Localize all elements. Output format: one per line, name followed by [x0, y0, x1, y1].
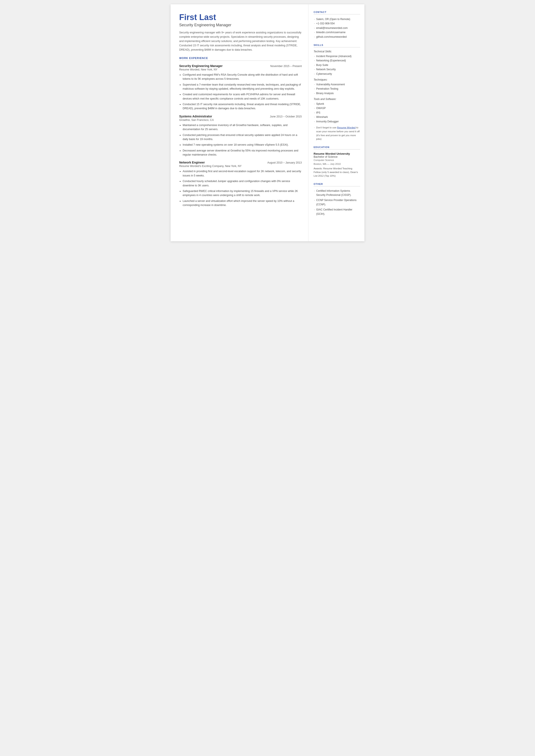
- job-header-1: Security Engineering Manager November 20…: [179, 64, 302, 68]
- techniques-list: Vulnerability Assessment Penetration Tes…: [314, 82, 360, 96]
- contact-section: CONTACT Salem, OR (Open to Remote) +1-33…: [314, 11, 360, 39]
- bullet-1-4: Conducted 15 IT security risk assessment…: [179, 102, 302, 111]
- other-item-0: Certified Information Systems Security P…: [314, 189, 360, 197]
- job-entry-2: Systems Administrator June 2013 – Octobe…: [179, 115, 302, 157]
- technical-skills-list: Incident Response (Advanced) Networking …: [314, 54, 360, 76]
- tools-label: Tools and Software:: [314, 98, 360, 101]
- technique-1: Penetration Testing: [314, 87, 360, 91]
- edu-degree: Bachelor of Science: [314, 155, 360, 159]
- left-column: First Last Security Engineering Manager …: [171, 4, 308, 241]
- contact-item-4: github.com/resumeworded: [314, 35, 360, 39]
- tool-2: IPS: [314, 110, 360, 115]
- contact-item-3: linkedin.com/in/username: [314, 30, 360, 35]
- edu-school: Resume Worded University: [314, 152, 360, 155]
- edu-field: Computer Science: [314, 159, 360, 162]
- other-label: OTHER: [314, 183, 360, 186]
- other-section: OTHER Certified Information Systems Secu…: [314, 183, 360, 216]
- job-company-3: Resume Worded's Exciting Company, New Yo…: [179, 164, 302, 168]
- job-header-2: Systems Administrator June 2013 – Octobe…: [179, 115, 302, 118]
- bullet-3-4: Launched a server and virtualization eff…: [179, 199, 302, 208]
- promo-before: Don't forget to use: [316, 126, 337, 129]
- job-title-3: Network Engineer: [179, 161, 205, 164]
- job-entry-3: Network Engineer August 2010 – January 2…: [179, 161, 302, 207]
- education-label: EDUCATION: [314, 146, 360, 150]
- techniques-label: Techniques:: [314, 78, 360, 81]
- right-column: CONTACT Salem, OR (Open to Remote) +1-33…: [308, 4, 364, 241]
- tech-skill-2: Burp Suite: [314, 63, 360, 67]
- job-dates-1: November 2015 – Present: [270, 65, 302, 68]
- tool-4: Immunity Debugger: [314, 119, 360, 124]
- education-section: EDUCATION Resume Worded University Bache…: [314, 146, 360, 178]
- skills-label: SKILLS: [314, 44, 360, 47]
- promo-link[interactable]: Resume Worded: [337, 126, 355, 129]
- contact-list: Salem, OR (Open to Remote) +1-332-908-55…: [314, 17, 360, 39]
- bullet-3-3: Safeguarded RWEC critical information by…: [179, 189, 302, 197]
- job-dates-3: August 2010 – January 2013: [267, 161, 302, 164]
- work-experience-label: WORK EXPERIENCE: [179, 57, 302, 61]
- edu-awards: Awards: Resume Worded Teaching Fellow (o…: [314, 167, 360, 178]
- edu-entry: Resume Worded University Bachelor of Sci…: [314, 152, 360, 178]
- contact-item-2: email@resumeworded.com: [314, 26, 360, 30]
- tech-skill-3: Network Security: [314, 67, 360, 72]
- resume-page: First Last Security Engineering Manager …: [171, 4, 364, 241]
- job-bullets-3: Assisted in providing first and second-l…: [179, 169, 302, 207]
- bullet-1-1: Configured and managed RW's RSA Security…: [179, 73, 302, 81]
- job-company-2: Growthsi, San Francisco, CA: [179, 119, 302, 122]
- tool-3: Wireshark: [314, 115, 360, 119]
- bullet-2-2: Conducted patching processes that ensure…: [179, 133, 302, 142]
- tool-0: Splunk: [314, 102, 360, 106]
- job-dates-2: June 2013 – October 2015: [270, 115, 302, 118]
- contact-item-1: +1-332-908-554: [314, 21, 360, 26]
- job-bullets-2: Maintained a comprehensive inventory of …: [179, 123, 302, 157]
- technique-2: Binary Analysis: [314, 91, 360, 96]
- candidate-name: First Last: [179, 13, 302, 22]
- job-entry-1: Security Engineering Manager November 20…: [179, 64, 302, 111]
- tech-skill-1: Networking (Experienced): [314, 58, 360, 63]
- technical-skills-label: Technical Skills:: [314, 50, 360, 53]
- bullet-1-3: Created and customized requirements for …: [179, 92, 302, 101]
- summary-text: Security engineering manager with 9+ yea…: [179, 30, 302, 52]
- job-title-1: Security Engineering Manager: [179, 64, 223, 68]
- job-bullets-1: Configured and managed RW's RSA Security…: [179, 73, 302, 111]
- tech-skill-4: Cybersecurity: [314, 72, 360, 76]
- bullet-2-1: Maintained a comprehensive inventory of …: [179, 123, 302, 131]
- bullet-2-4: Decreased average server downtime at Gro…: [179, 149, 302, 157]
- other-list: Certified Information Systems Security P…: [314, 189, 360, 216]
- bullet-2-3: Installed 7 new operating systems on ove…: [179, 143, 302, 147]
- skills-section: SKILLS Technical Skills: Incident Respon…: [314, 44, 360, 141]
- tool-1: OWASP: [314, 106, 360, 110]
- promo-text: Don't forget to use Resume Worded to sca…: [314, 126, 360, 141]
- contact-label: CONTACT: [314, 11, 360, 15]
- tools-list: Splunk OWASP IPS Wireshark Immunity Debu…: [314, 102, 360, 124]
- contact-item-0: Salem, OR (Open to Remote): [314, 17, 360, 21]
- bullet-1-2: Supervised a 7-member team that constant…: [179, 83, 302, 91]
- edu-location-date: Boston, MA — July 2010: [314, 162, 360, 166]
- job-header-3: Network Engineer August 2010 – January 2…: [179, 161, 302, 164]
- candidate-title: Security Engineering Manager: [179, 23, 302, 27]
- tech-skill-0: Incident Response (Advanced): [314, 54, 360, 58]
- other-item-2: GIAC Certified Incident Handler (GCIH).: [314, 208, 360, 216]
- job-company-1: Resume Worded, New York, NY: [179, 68, 302, 71]
- name-title-block: First Last Security Engineering Manager: [179, 13, 302, 27]
- other-item-1: CCNP Service Provider Operations (CCNP).: [314, 198, 360, 207]
- bullet-3-1: Assisted in providing first and second-l…: [179, 169, 302, 178]
- bullet-3-2: Conducted hourly scheduled Juniper upgra…: [179, 179, 302, 188]
- job-title-2: Systems Administrator: [179, 115, 212, 118]
- work-experience-section: WORK EXPERIENCE Security Engineering Man…: [179, 57, 302, 208]
- technique-0: Vulnerability Assessment: [314, 82, 360, 87]
